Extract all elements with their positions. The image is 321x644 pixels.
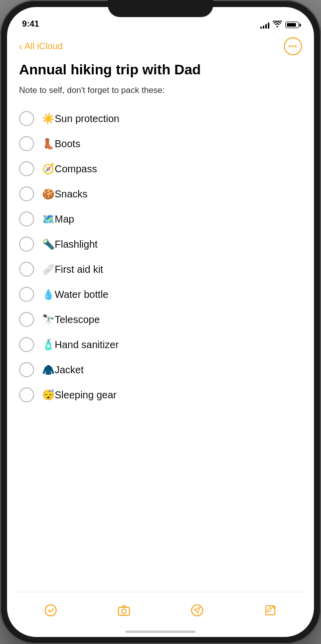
item-text-11: 😴Sleeping gear — [42, 388, 116, 401]
back-button[interactable]: ‹ All iCloud — [19, 41, 63, 52]
list-item: 🧭Compass — [15, 156, 306, 181]
checkbox-7[interactable] — [19, 287, 34, 302]
item-text-3: 🍪Snacks — [42, 187, 88, 200]
phone-inner: 9:41 — [7, 7, 314, 637]
camera-button[interactable] — [117, 603, 131, 617]
list-item: 😴Sleeping gear — [15, 382, 306, 407]
note-title: Annual hiking trip with Dad — [7, 59, 314, 84]
phone-frame: 9:41 — [0, 0, 321, 644]
item-text-7: 💧Water bottle — [42, 288, 108, 301]
note-subtitle: Note to self, don't forget to pack these… — [7, 84, 314, 106]
item-text-4: 🗺️Map — [42, 212, 74, 226]
item-text-8: 🔭Telescope — [42, 313, 100, 326]
status-icons — [260, 21, 299, 30]
checkbox-11[interactable] — [19, 387, 34, 402]
home-indicator — [125, 630, 196, 633]
battery-icon — [285, 22, 299, 28]
item-text-5: 🔦Flashlight — [42, 238, 98, 251]
checkbox-5[interactable] — [19, 237, 34, 252]
status-time: 9:41 — [22, 19, 39, 30]
checkbox-2[interactable] — [19, 161, 34, 176]
nav-bar: ‹ All iCloud ••• — [7, 33, 314, 59]
checkbox-4[interactable] — [19, 211, 34, 227]
list-item: 🩹First aid kit — [15, 257, 306, 282]
checkbox-9[interactable] — [19, 337, 34, 352]
svg-point-2 — [122, 609, 126, 613]
list-item: ☀️Sun protection — [15, 106, 306, 131]
more-button[interactable]: ••• — [284, 37, 302, 55]
content-area: ‹ All iCloud ••• Annual hiking trip with… — [7, 33, 314, 637]
svg-point-3 — [192, 605, 203, 616]
checkbox-8[interactable] — [19, 312, 34, 327]
list-item: 🔭Telescope — [15, 307, 306, 332]
item-text-9: 🧴Hand sanitizer — [42, 338, 119, 351]
compose-button[interactable] — [263, 603, 277, 617]
svg-rect-1 — [118, 607, 129, 615]
checkbox-0[interactable] — [19, 111, 34, 126]
location-button[interactable] — [190, 603, 204, 617]
svg-point-0 — [45, 605, 56, 616]
signal-icon — [260, 22, 269, 29]
checkbox-1[interactable] — [19, 136, 34, 151]
list-item: 💧Water bottle — [15, 282, 306, 307]
checkbox-10[interactable] — [19, 362, 34, 377]
item-text-2: 🧭Compass — [42, 162, 97, 175]
list-item: 🗺️Map — [15, 206, 306, 232]
list-item: 🔦Flashlight — [15, 232, 306, 257]
list-item: 🍪Snacks — [15, 181, 306, 206]
item-text-10: 🧥Jacket — [42, 363, 84, 376]
item-text-1: 👢Boots — [42, 137, 80, 150]
back-chevron-icon: ‹ — [19, 41, 23, 52]
checkbox-6[interactable] — [19, 262, 34, 277]
more-dots: ••• — [288, 43, 297, 50]
svg-marker-4 — [194, 607, 200, 613]
item-text-0: ☀️Sun protection — [42, 112, 119, 125]
notch — [108, 0, 213, 17]
list-item: 🧴Hand sanitizer — [15, 332, 306, 357]
list-item: 🧥Jacket — [15, 357, 306, 382]
back-label: All iCloud — [25, 41, 63, 52]
checklist: ☀️Sun protection 👢Boots 🧭Compass 🍪Snacks… — [7, 106, 314, 407]
checkbox-3[interactable] — [19, 186, 34, 201]
wifi-icon — [273, 21, 282, 29]
check-button[interactable] — [44, 603, 58, 617]
item-text-6: 🩹First aid kit — [42, 263, 103, 276]
list-item: 👢Boots — [15, 131, 306, 156]
